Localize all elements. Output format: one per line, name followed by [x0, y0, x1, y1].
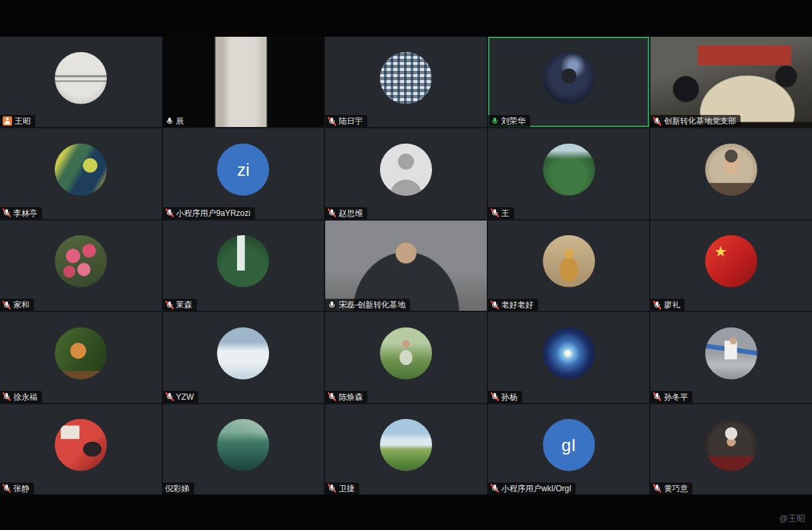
mic-muted-icon	[166, 392, 174, 401]
avatar-default	[380, 144, 432, 196]
participant-name: 黄巧意	[664, 484, 688, 493]
name-label: 刘荣华	[488, 115, 530, 127]
mic-muted-icon	[491, 209, 499, 217]
mic-icon	[166, 117, 174, 126]
participant-name: 徐永福	[13, 392, 37, 402]
participant-name: 陈焕森	[339, 392, 363, 402]
mic-muted-icon	[653, 392, 661, 401]
participant-name: 辰	[176, 116, 184, 126]
mic-muted-icon	[491, 301, 499, 309]
mic-speaking-icon	[491, 117, 499, 126]
mic-icon	[328, 301, 336, 309]
participant-tile[interactable]: 宋磊-创新转化基地	[325, 221, 487, 311]
avatar	[55, 51, 107, 104]
participant-tile[interactable]: 王昭	[0, 37, 162, 127]
participant-name: YZW	[176, 392, 194, 402]
meeting-window: 王昭 辰 陆日宇 刘荣华	[0, 0, 812, 530]
avatar	[55, 144, 107, 196]
name-label: 卫捷	[325, 483, 359, 495]
mic-muted-icon	[3, 301, 11, 309]
participant-name: 宋磊-创新转化基地	[339, 300, 405, 309]
name-label: 家和	[0, 299, 34, 311]
participant-tile[interactable]: 李林亭	[0, 128, 162, 219]
participant-name: 茉森	[176, 300, 192, 309]
participant-name: 小程序用户wkI/OrgI	[501, 484, 572, 493]
name-label: YZW	[163, 391, 199, 403]
participant-tile[interactable]: 孙冬平	[650, 312, 812, 402]
name-label: 廖礼	[650, 299, 684, 311]
name-label: 黄巧意	[650, 483, 692, 495]
name-label: 宋磊-创新转化基地	[325, 299, 410, 311]
participant-tile[interactable]: 辰	[163, 37, 325, 127]
participant-tile[interactable]: 陆日宇	[325, 37, 487, 127]
participant-tile[interactable]: 黄巧意	[650, 404, 812, 495]
participant-tile[interactable]: 陈焕森	[325, 312, 487, 402]
avatar	[55, 327, 107, 380]
participant-tile[interactable]: 老好老好	[488, 221, 650, 311]
name-label: 倪彩娣	[163, 483, 194, 495]
name-label: 赵思维	[325, 207, 367, 219]
participant-tile[interactable]: 孙杨	[488, 312, 650, 402]
participant-name: 赵思维	[339, 209, 363, 218]
avatar	[543, 51, 595, 104]
participant-name: 倪彩娣	[166, 484, 190, 493]
mic-muted-icon	[653, 301, 661, 309]
participant-tile[interactable]: 赵思维	[325, 128, 487, 219]
name-label: 陈焕森	[325, 391, 367, 403]
name-label: 王	[488, 207, 514, 219]
avatar	[55, 235, 107, 287]
participant-name: 李林亭	[13, 209, 37, 218]
participant-tile[interactable]: 张静	[0, 404, 162, 495]
participant-tile[interactable]: 倪彩娣	[163, 404, 325, 495]
avatar	[705, 235, 757, 287]
mic-muted-icon	[328, 209, 336, 217]
name-label: 徐永福	[0, 391, 42, 403]
participant-name: 卫捷	[339, 484, 355, 493]
avatar	[543, 327, 595, 380]
participant-name: 孙杨	[501, 392, 518, 402]
avatar	[217, 235, 269, 287]
participant-tile[interactable]	[650, 128, 812, 219]
participant-tile[interactable]: YZW	[163, 312, 325, 402]
participant-name: 王昭	[15, 116, 31, 126]
avatar	[55, 419, 107, 471]
video-feed	[325, 221, 487, 311]
name-label: 陆日宇	[325, 115, 367, 127]
participant-tile[interactable]: 茉森	[163, 221, 325, 311]
participant-tile[interactable]: 家和	[0, 221, 162, 311]
participant-name: 廖礼	[664, 300, 680, 309]
mic-muted-icon	[166, 301, 174, 309]
video-feed	[163, 37, 325, 127]
participant-name: 张静	[13, 484, 29, 493]
avatar	[705, 144, 757, 196]
participant-tile[interactable]: zi 小程序用户9aYRzozi	[163, 128, 325, 219]
participant-tile[interactable]: 王	[488, 128, 650, 219]
video-feed	[650, 37, 812, 127]
mic-muted-icon	[491, 484, 499, 493]
participant-name: 创新转化基地党支部	[664, 116, 736, 126]
avatar	[705, 419, 757, 471]
mic-muted-icon	[3, 209, 11, 217]
name-label: 孙杨	[488, 391, 522, 403]
participant-tile[interactable]: 廖礼	[650, 221, 812, 311]
participant-tile[interactable]: 徐永福	[0, 312, 162, 402]
participant-tile[interactable]: 创新转化基地党支部	[650, 37, 812, 127]
participant-name: 陆日宇	[339, 116, 363, 126]
name-label: 茉森	[163, 299, 197, 311]
avatar	[705, 327, 757, 380]
mic-muted-icon	[491, 392, 499, 401]
participant-name: 老好老好	[501, 300, 534, 309]
participant-tile[interactable]: gI 小程序用户wkI/OrgI	[488, 404, 650, 495]
participant-name: 小程序用户9aYRzozi	[176, 209, 250, 218]
mic-muted-icon	[328, 117, 336, 126]
user-watermark: @王昭	[779, 513, 805, 525]
avatar-letter: zi	[217, 144, 269, 196]
participant-tile-active-speaker[interactable]: 刘荣华	[488, 37, 650, 127]
name-label: 小程序用户9aYRzozi	[163, 207, 255, 219]
name-label: 创新转化基地党支部	[650, 115, 741, 127]
participant-tile[interactable]: 卫捷	[325, 404, 487, 495]
name-label: 王昭	[0, 115, 35, 127]
mic-muted-icon	[328, 484, 336, 493]
mic-muted-icon	[653, 117, 661, 126]
avatar	[543, 235, 595, 287]
